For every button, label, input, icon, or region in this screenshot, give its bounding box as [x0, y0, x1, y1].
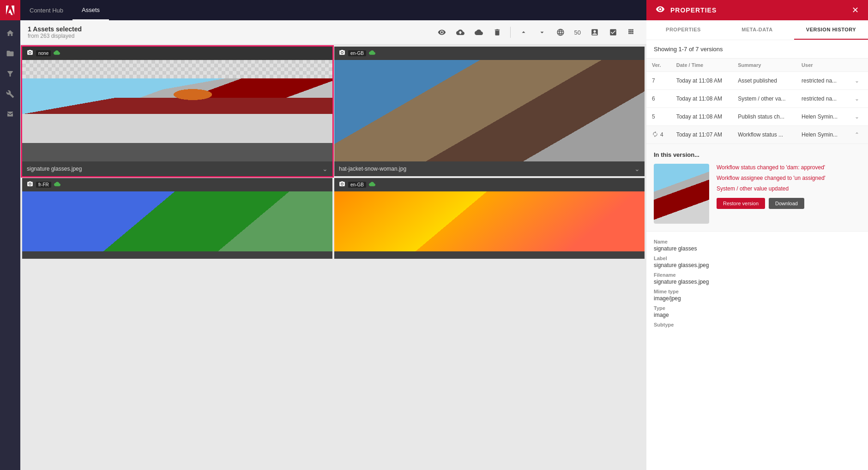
- col-ver: Ver.: [646, 59, 671, 72]
- detail-body: Workflow status changed to 'dam: approve…: [654, 164, 861, 224]
- ver-expand-5[interactable]: ⌄: [853, 113, 861, 121]
- version-row-7[interactable]: 7 Today at 11:08 AM Asset published rest…: [646, 72, 868, 90]
- sidebar-folder-icon[interactable]: [2, 45, 18, 62]
- asset-img-container-1: [22, 60, 332, 161]
- asset-filename-2: hat-jacket-snow-woman.jpg: [339, 166, 406, 172]
- meta-type-label: Type: [654, 305, 861, 311]
- asset-card-2-header: en-GB: [334, 47, 645, 60]
- tab-version-history[interactable]: VERSION HISTORY: [794, 20, 868, 40]
- meta-subtype: Subtype: [654, 322, 861, 327]
- locale-badge-1: none: [36, 50, 51, 56]
- ver-expand-4[interactable]: ⌃: [853, 131, 861, 139]
- asset-card-1[interactable]: none signature glasses.jpeg ⌄: [22, 47, 332, 176]
- ver-num-7: 7: [652, 77, 655, 84]
- asset-card-4[interactable]: en-GB: [334, 178, 645, 259]
- panel-header: PROPERTIES ✕: [646, 0, 868, 20]
- adobe-logo-icon: [5, 5, 16, 16]
- asset-filename-1: signature glasses.jpeg: [27, 166, 82, 172]
- sort-up-button[interactable]: [516, 25, 531, 40]
- download-button[interactable]: Download: [769, 198, 804, 209]
- restore-version-button[interactable]: Restore version: [717, 198, 765, 209]
- eye-toolbar-icon: [438, 28, 446, 36]
- camera-icon-4: [339, 181, 345, 189]
- col-user: User: [796, 59, 847, 72]
- tab-metadata[interactable]: META-DATA: [720, 20, 794, 40]
- ver-user-5: Helen Symin...: [796, 108, 847, 126]
- checker-bottom-1: [22, 60, 332, 78]
- logo[interactable]: [0, 0, 20, 20]
- ver-expand-6[interactable]: ⌄: [853, 95, 861, 103]
- ver-user-4: Helen Symin...: [796, 126, 847, 144]
- cloud-upload-icon: [475, 28, 483, 36]
- sidebar-filter-icon[interactable]: [2, 65, 18, 82]
- refresh-icon: [652, 131, 658, 139]
- ver-num-4: 4: [660, 131, 663, 138]
- nav-content-hub[interactable]: Content Hub: [20, 0, 72, 20]
- ver-summary-6: System / other va...: [732, 90, 796, 108]
- detail-thumb-img: [654, 164, 709, 224]
- detail-thumbnail: [654, 164, 709, 224]
- ver-datetime-4: Today at 11:07 AM: [671, 126, 733, 144]
- sidebar-tools-icon[interactable]: [2, 86, 18, 102]
- check-square-icon: [609, 28, 617, 36]
- selection-sub: from 263 displayed: [28, 33, 431, 39]
- meta-mime-label: Mime type: [654, 289, 861, 294]
- meta-label-label: Label: [654, 256, 861, 261]
- count-badge[interactable]: 50: [572, 27, 584, 38]
- asset-card-3[interactable]: fr-FR: [22, 178, 332, 259]
- meta-mime-value: image/jpeg: [654, 295, 861, 302]
- meta-type: Type image: [654, 305, 861, 318]
- upload-icon: [456, 28, 464, 36]
- toolbar-separator: [510, 27, 511, 38]
- asset-meta: Name signature glasses Label signature g…: [646, 232, 868, 339]
- ver-datetime-7: Today at 11:08 AM: [671, 72, 733, 90]
- nav-assets[interactable]: Assets: [72, 0, 109, 20]
- panel-title: PROPERTIES: [670, 6, 852, 14]
- meta-type-value: image: [654, 312, 861, 318]
- asset-expand-1[interactable]: ⌄: [322, 165, 328, 173]
- camera-icon-1: [27, 49, 33, 57]
- sort-up-icon: [520, 29, 527, 36]
- asset-grid: none signature glasses.jpeg ⌄: [20, 45, 646, 261]
- cloud-upload-button[interactable]: [471, 25, 486, 40]
- cloud-icon-4: [369, 181, 375, 189]
- camera-icon-3: [27, 181, 33, 189]
- globe-button[interactable]: [553, 25, 568, 40]
- asset-expand-2[interactable]: ⌄: [634, 165, 640, 173]
- mosaic-button[interactable]: [624, 25, 639, 40]
- panel-eye-icon: [656, 5, 665, 16]
- panel-close-button[interactable]: ✕: [852, 5, 859, 15]
- asset-img-container-4: [334, 191, 645, 251]
- meta-mime: Mime type image/jpeg: [654, 289, 861, 302]
- main-content: 1 Assets selected from 263 displayed 50: [20, 20, 646, 470]
- delete-button[interactable]: [490, 25, 505, 40]
- asset-toolbar: 1 Assets selected from 263 displayed 50: [20, 20, 646, 45]
- tab-properties[interactable]: PROPERTIES: [646, 20, 720, 40]
- ver-summary-4: Workflow status ...: [732, 126, 796, 144]
- ver-summary-5: Publish status ch...: [732, 108, 796, 126]
- version-row-4[interactable]: 4 Today at 11:07 AM Workflow status ... …: [646, 126, 868, 144]
- version-row-6[interactable]: 6 Today at 11:08 AM System / other va...…: [646, 90, 868, 108]
- asset-card-4-footer: [334, 251, 645, 259]
- sidebar-home-icon[interactable]: [2, 25, 18, 42]
- detail-title: In this version...: [654, 151, 861, 158]
- detail-actions: Restore version Download: [717, 198, 861, 209]
- meta-name-value: signature glasses: [654, 245, 861, 252]
- meta-label-row: Label signature glasses.jpeg: [654, 256, 861, 268]
- panel-tabs: PROPERTIES META-DATA VERSION HISTORY: [646, 20, 868, 40]
- asset-card-1-header: none: [22, 47, 332, 60]
- asset-card-3-header: fr-FR: [22, 178, 332, 191]
- mosaic-icon: [627, 28, 636, 36]
- ver-expand-7[interactable]: ⌄: [853, 77, 861, 85]
- view-grid-button[interactable]: [587, 25, 602, 40]
- asset-card-1-footer: signature glasses.jpeg ⌄: [22, 161, 332, 176]
- preview-button[interactable]: [434, 25, 449, 40]
- sort-down-button[interactable]: [535, 25, 549, 40]
- asset-card-2[interactable]: en-GB hat-jacket-snow-woman.jpg ⌄: [334, 47, 645, 176]
- ver-user-6: restricted na...: [796, 90, 847, 108]
- sidebar-box-icon[interactable]: [2, 106, 18, 123]
- version-row-5[interactable]: 5 Today at 11:08 AM Publish status ch...…: [646, 108, 868, 126]
- upload-button[interactable]: [453, 25, 468, 40]
- checkbox-button[interactable]: [606, 25, 621, 40]
- globe-icon: [556, 28, 565, 36]
